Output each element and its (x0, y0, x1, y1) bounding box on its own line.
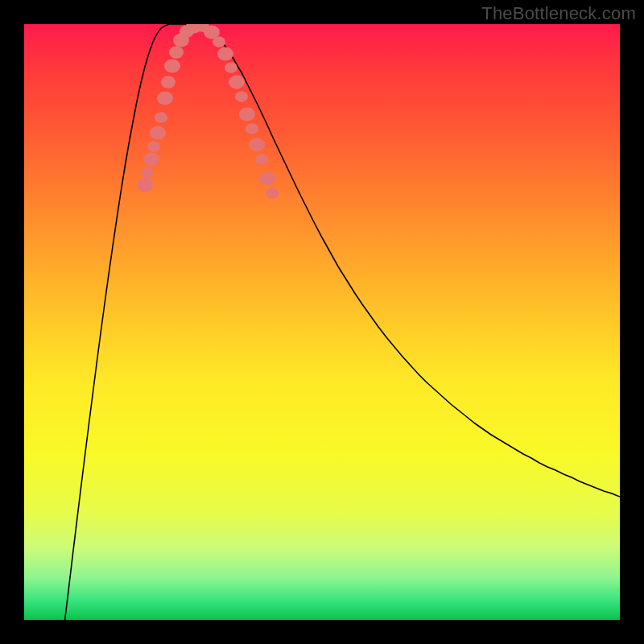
bead-marker (164, 60, 180, 73)
bead-marker (157, 92, 173, 105)
bead-marker (147, 141, 160, 152)
curve-left-branch (64, 24, 185, 620)
outer-frame: TheBottleneck.com (0, 0, 644, 644)
chart-svg (24, 24, 620, 620)
bead-marker (266, 188, 279, 199)
bead-marker (249, 138, 265, 152)
bead-marker (169, 46, 184, 58)
bead-marker (229, 76, 245, 89)
curve-right-branch (185, 24, 620, 497)
bead-marker (161, 76, 175, 88)
bead-marker (137, 179, 153, 192)
bead-marker (225, 62, 237, 73)
bead-marker (246, 123, 258, 134)
bead-marker (141, 167, 154, 179)
bead-marker (259, 172, 275, 186)
bead-marker (143, 153, 159, 167)
plot-area (24, 24, 620, 620)
bead-marker (255, 154, 268, 165)
watermark-text: TheBottleneck.com (481, 3, 636, 24)
beads-group (137, 24, 279, 199)
bead-marker (155, 112, 167, 123)
bead-marker (239, 108, 255, 122)
bead-marker (235, 91, 248, 102)
bead-marker (213, 36, 225, 47)
bead-marker (150, 126, 166, 140)
bead-marker (217, 47, 233, 61)
